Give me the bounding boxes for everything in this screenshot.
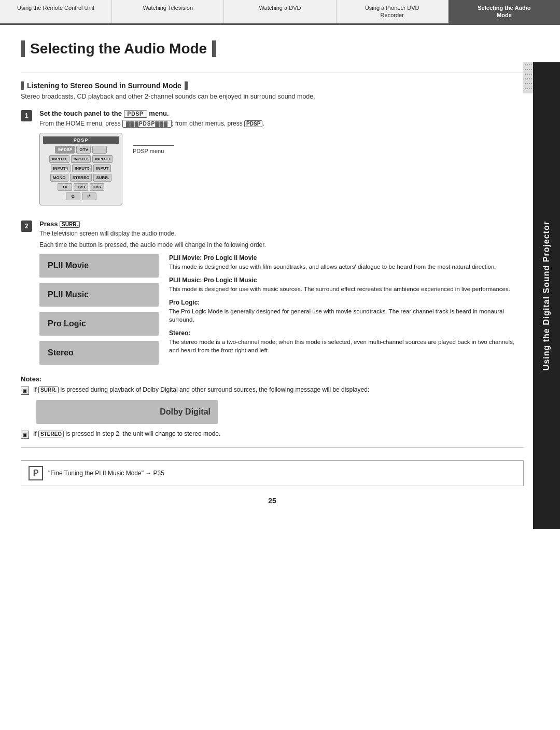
remote-btn-stereo: STEREO (70, 174, 92, 182)
step-1-title: Set the touch panel to the PDSP menu. (39, 109, 524, 118)
remote-btn-input1: INPUT1 (49, 155, 69, 163)
surr-note-key: SURR. (38, 387, 59, 393)
remote-btn-empty (92, 146, 107, 154)
remote-btn-input3: INPUT3 (92, 155, 112, 163)
mode-box-plii-movie: PLII Movie (39, 254, 159, 278)
reference-box: P "Fine Tuning the PLII Music Mode" → P3… (21, 460, 524, 486)
step-2-number: 2 (21, 221, 32, 232)
mode-box-pro-logic: Pro Logic (39, 312, 159, 336)
remote-top-label: PDSP (43, 136, 119, 144)
ref-text: "Fine Tuning the PLII Music Mode" → P35 (48, 470, 164, 477)
nav-tab-remote[interactable]: Using the Remote Control Unit (0, 0, 112, 23)
remote-btn-input4: INPUT4 (51, 164, 71, 172)
remote-image: PDSP ⊙PDSP ⊙TV INPUT1 INPUT2 INPUT3 (39, 133, 524, 205)
side-label: Using the Digital Sound Projector (533, 62, 560, 529)
side-decoration (523, 62, 533, 93)
divider-top (21, 73, 524, 73)
divider-bottom (21, 447, 524, 448)
remote-btn-mono: MONO (50, 174, 68, 182)
nav-tab-audio-mode[interactable]: Selecting the AudioMode (449, 0, 560, 23)
remote-row-3: INPUT4 INPUT5 INPUT (43, 164, 119, 172)
note-1-icon: ▣ (21, 387, 29, 395)
notes-title: Notes: (21, 375, 524, 383)
page-title: Selecting the Audio Mode (21, 40, 524, 57)
remote-row-6: ⊙ ↺ (43, 192, 119, 200)
mode-descriptions: PLII Movie: Pro Logic II Movie This mode… (169, 254, 524, 365)
section-intro: Stereo broadcasts, CD playback and other… (21, 93, 524, 100)
remote-btn-tv: ⊙TV (76, 146, 91, 154)
note-2: ▣ If STEREO is pressed in step 2, the un… (21, 430, 524, 439)
step-1: 1 Set the touch panel to the PDSP menu. … (21, 109, 524, 211)
mode-desc-plii-movie: PLII Movie: Pro Logic II Movie This mode… (169, 254, 524, 271)
remote-btn-circle1: ⊙ (66, 192, 80, 200)
remote-btn-dvr: DVR (90, 183, 104, 191)
heading-bar-left (21, 81, 24, 90)
pdsp-key: PDSP (124, 110, 147, 118)
note-1-text: If SURR. is pressed during playback of D… (33, 386, 369, 393)
top-navigation: Using the Remote Control Unit Watching T… (0, 0, 560, 25)
pdsp-small-key: PDSP (244, 120, 262, 127)
remote-btn-tv2: TV (58, 183, 72, 191)
step-2-desc1: The television screen will display the a… (39, 230, 524, 237)
note-2-text: If STEREO is pressed in step 2, the unit… (33, 430, 220, 437)
main-content: Selecting the Audio Mode Listening to St… (21, 25, 524, 536)
page-number: 25 (21, 497, 524, 515)
remote-row-5: TV DVD DVR (43, 183, 119, 191)
stereo-note-key: STEREO (38, 431, 64, 437)
section-heading: Listening to Stereo Sound in Surround Mo… (21, 81, 524, 90)
mode-box-plii-music: PLII Music (39, 283, 159, 307)
heading-bar-right (185, 81, 188, 90)
remote-btn-surr: SURR. (93, 174, 111, 182)
nav-tab-watching-dvd[interactable]: Watching a DVD (224, 0, 336, 23)
ref-icon: P (29, 466, 43, 480)
step-2: 2 Press SURR. The television screen will… (21, 220, 524, 365)
step-2-content: Press SURR. The television screen will d… (39, 220, 524, 365)
note-2-icon: ▣ (21, 431, 29, 439)
mode-box-stereo: Stereo (39, 341, 159, 365)
title-bar-left (21, 40, 25, 57)
remote-btn-input2: INPUT2 (71, 155, 91, 163)
remote-btn-circle2: ↺ (82, 192, 96, 200)
step-2-desc2: Each time the button is pressed, the aud… (39, 241, 524, 249)
remote-row-1: ⊙PDSP ⊙TV (43, 146, 119, 154)
mode-desc-stereo: Stereo: The stereo mode is a two-channel… (169, 329, 524, 354)
remote-btn-input5: INPUT5 (72, 164, 92, 172)
mode-boxes: PLII Movie PLII Music Pro Logic Stereo (39, 254, 159, 365)
notes-section: Notes: ▣ If SURR. is pressed during play… (21, 375, 524, 439)
nav-tab-pioneer-dvd[interactable]: Using a Pioneer DVDRecorder (337, 0, 449, 23)
step-1-content: Set the touch panel to the PDSP menu. Fr… (39, 109, 524, 211)
remote-label-arrow: PDSP menu (133, 143, 174, 154)
mode-desc-pro-logic: Pro Logic: The Pro Logic Mode is general… (169, 298, 524, 324)
dolby-digital-box: Dolby Digital (36, 400, 218, 424)
remote-row-4: MONO STEREO SURR. (43, 174, 119, 182)
home-pdsp-key: ▓▓▓PDSP▓▓▓ (122, 120, 172, 128)
note-1: ▣ If SURR. is pressed during playback of… (21, 386, 524, 395)
remote-btn-pdsp: ⊙PDSP (55, 146, 75, 154)
remote-btn-input: INPUT (93, 164, 111, 172)
remote-btn-dvd: DVD (74, 183, 88, 191)
remote-panel: PDSP ⊙PDSP ⊙TV INPUT1 INPUT2 INPUT3 (39, 133, 122, 205)
mode-desc-plii-music: PLII Music: Pro Logic II Music This mode… (169, 276, 524, 293)
step-1-desc: From the HOME menu, press ▓▓▓PDSP▓▓▓; fr… (39, 120, 524, 128)
surr-key: SURR. (60, 221, 80, 228)
mode-section: PLII Movie PLII Music Pro Logic Stereo (39, 254, 524, 365)
step-2-title: Press SURR. (39, 220, 524, 228)
step-1-number: 1 (21, 110, 32, 121)
remote-row-2: INPUT1 INPUT2 INPUT3 (43, 155, 119, 163)
title-bar-right (212, 40, 216, 57)
nav-tab-watching-tv[interactable]: Watching Television (112, 0, 224, 23)
